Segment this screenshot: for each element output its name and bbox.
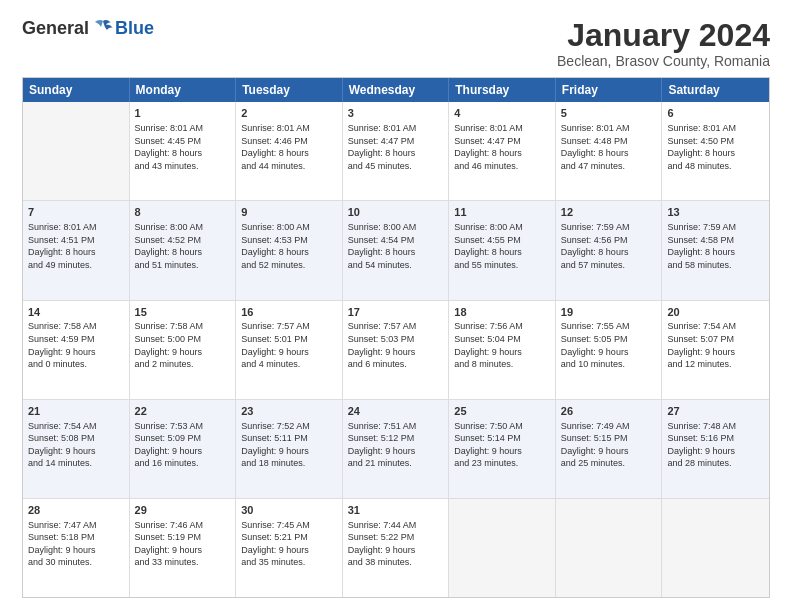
cell-info: Sunrise: 7:48 AM Sunset: 5:16 PM Dayligh… <box>667 420 764 470</box>
day-number: 22 <box>135 404 231 419</box>
day-number: 23 <box>241 404 337 419</box>
cell-info: Sunrise: 7:54 AM Sunset: 5:07 PM Dayligh… <box>667 320 764 370</box>
logo-general-text: General <box>22 18 89 39</box>
day-number: 9 <box>241 205 337 220</box>
calendar-cell: 30Sunrise: 7:45 AM Sunset: 5:21 PM Dayli… <box>236 499 343 597</box>
day-number: 16 <box>241 305 337 320</box>
calendar-row: 1Sunrise: 8:01 AM Sunset: 4:45 PM Daylig… <box>23 102 769 200</box>
cell-info: Sunrise: 7:52 AM Sunset: 5:11 PM Dayligh… <box>241 420 337 470</box>
day-number: 1 <box>135 106 231 121</box>
day-number: 24 <box>348 404 444 419</box>
calendar-header-cell: Sunday <box>23 78 130 102</box>
calendar-header-cell: Friday <box>556 78 663 102</box>
calendar-cell: 27Sunrise: 7:48 AM Sunset: 5:16 PM Dayli… <box>662 400 769 498</box>
calendar-header-cell: Saturday <box>662 78 769 102</box>
calendar-cell: 7Sunrise: 8:01 AM Sunset: 4:51 PM Daylig… <box>23 201 130 299</box>
calendar-header-cell: Wednesday <box>343 78 450 102</box>
day-number: 14 <box>28 305 124 320</box>
day-number: 29 <box>135 503 231 518</box>
cell-info: Sunrise: 8:01 AM Sunset: 4:47 PM Dayligh… <box>348 122 444 172</box>
cell-info: Sunrise: 8:00 AM Sunset: 4:54 PM Dayligh… <box>348 221 444 271</box>
day-number: 21 <box>28 404 124 419</box>
cell-info: Sunrise: 7:55 AM Sunset: 5:05 PM Dayligh… <box>561 320 657 370</box>
cell-info: Sunrise: 7:58 AM Sunset: 4:59 PM Dayligh… <box>28 320 124 370</box>
month-title: January 2024 <box>557 18 770 53</box>
calendar-row: 21Sunrise: 7:54 AM Sunset: 5:08 PM Dayli… <box>23 399 769 498</box>
cell-info: Sunrise: 7:54 AM Sunset: 5:08 PM Dayligh… <box>28 420 124 470</box>
calendar-cell <box>23 102 130 200</box>
cell-info: Sunrise: 8:01 AM Sunset: 4:48 PM Dayligh… <box>561 122 657 172</box>
title-area: January 2024 Beclean, Brasov County, Rom… <box>557 18 770 69</box>
cell-info: Sunrise: 7:49 AM Sunset: 5:15 PM Dayligh… <box>561 420 657 470</box>
calendar-cell: 2Sunrise: 8:01 AM Sunset: 4:46 PM Daylig… <box>236 102 343 200</box>
calendar-cell: 11Sunrise: 8:00 AM Sunset: 4:55 PM Dayli… <box>449 201 556 299</box>
cell-info: Sunrise: 7:45 AM Sunset: 5:21 PM Dayligh… <box>241 519 337 569</box>
day-number: 5 <box>561 106 657 121</box>
calendar-header: SundayMondayTuesdayWednesdayThursdayFrid… <box>23 78 769 102</box>
calendar-cell: 16Sunrise: 7:57 AM Sunset: 5:01 PM Dayli… <box>236 301 343 399</box>
day-number: 6 <box>667 106 764 121</box>
day-number: 7 <box>28 205 124 220</box>
calendar-cell: 29Sunrise: 7:46 AM Sunset: 5:19 PM Dayli… <box>130 499 237 597</box>
calendar-cell <box>449 499 556 597</box>
calendar-cell: 8Sunrise: 8:00 AM Sunset: 4:52 PM Daylig… <box>130 201 237 299</box>
calendar-cell: 25Sunrise: 7:50 AM Sunset: 5:14 PM Dayli… <box>449 400 556 498</box>
calendar-row: 28Sunrise: 7:47 AM Sunset: 5:18 PM Dayli… <box>23 498 769 597</box>
calendar-cell: 3Sunrise: 8:01 AM Sunset: 4:47 PM Daylig… <box>343 102 450 200</box>
calendar-cell: 17Sunrise: 7:57 AM Sunset: 5:03 PM Dayli… <box>343 301 450 399</box>
cell-info: Sunrise: 8:01 AM Sunset: 4:47 PM Dayligh… <box>454 122 550 172</box>
calendar-cell: 28Sunrise: 7:47 AM Sunset: 5:18 PM Dayli… <box>23 499 130 597</box>
calendar-cell: 21Sunrise: 7:54 AM Sunset: 5:08 PM Dayli… <box>23 400 130 498</box>
header: General Blue January 2024 Beclean, Braso… <box>22 18 770 69</box>
cell-info: Sunrise: 8:01 AM Sunset: 4:51 PM Dayligh… <box>28 221 124 271</box>
day-number: 13 <box>667 205 764 220</box>
cell-info: Sunrise: 7:58 AM Sunset: 5:00 PM Dayligh… <box>135 320 231 370</box>
day-number: 12 <box>561 205 657 220</box>
calendar-header-cell: Monday <box>130 78 237 102</box>
calendar-cell: 15Sunrise: 7:58 AM Sunset: 5:00 PM Dayli… <box>130 301 237 399</box>
day-number: 3 <box>348 106 444 121</box>
calendar-cell: 4Sunrise: 8:01 AM Sunset: 4:47 PM Daylig… <box>449 102 556 200</box>
cell-info: Sunrise: 8:00 AM Sunset: 4:55 PM Dayligh… <box>454 221 550 271</box>
cell-info: Sunrise: 7:44 AM Sunset: 5:22 PM Dayligh… <box>348 519 444 569</box>
logo-bird-icon <box>91 19 115 39</box>
cell-info: Sunrise: 8:00 AM Sunset: 4:52 PM Dayligh… <box>135 221 231 271</box>
calendar-cell: 13Sunrise: 7:59 AM Sunset: 4:58 PM Dayli… <box>662 201 769 299</box>
calendar-cell: 18Sunrise: 7:56 AM Sunset: 5:04 PM Dayli… <box>449 301 556 399</box>
calendar-cell: 31Sunrise: 7:44 AM Sunset: 5:22 PM Dayli… <box>343 499 450 597</box>
logo-blue-text: Blue <box>115 18 154 39</box>
cell-info: Sunrise: 7:53 AM Sunset: 5:09 PM Dayligh… <box>135 420 231 470</box>
calendar-cell: 1Sunrise: 8:01 AM Sunset: 4:45 PM Daylig… <box>130 102 237 200</box>
calendar-header-cell: Tuesday <box>236 78 343 102</box>
day-number: 10 <box>348 205 444 220</box>
calendar-cell: 5Sunrise: 8:01 AM Sunset: 4:48 PM Daylig… <box>556 102 663 200</box>
cell-info: Sunrise: 7:57 AM Sunset: 5:03 PM Dayligh… <box>348 320 444 370</box>
page: General Blue January 2024 Beclean, Braso… <box>0 0 792 612</box>
calendar-cell: 23Sunrise: 7:52 AM Sunset: 5:11 PM Dayli… <box>236 400 343 498</box>
calendar-row: 7Sunrise: 8:01 AM Sunset: 4:51 PM Daylig… <box>23 200 769 299</box>
day-number: 2 <box>241 106 337 121</box>
day-number: 11 <box>454 205 550 220</box>
day-number: 4 <box>454 106 550 121</box>
day-number: 15 <box>135 305 231 320</box>
cell-info: Sunrise: 8:01 AM Sunset: 4:46 PM Dayligh… <box>241 122 337 172</box>
calendar-cell: 22Sunrise: 7:53 AM Sunset: 5:09 PM Dayli… <box>130 400 237 498</box>
cell-info: Sunrise: 7:57 AM Sunset: 5:01 PM Dayligh… <box>241 320 337 370</box>
calendar-header-cell: Thursday <box>449 78 556 102</box>
cell-info: Sunrise: 8:01 AM Sunset: 4:50 PM Dayligh… <box>667 122 764 172</box>
calendar-cell <box>556 499 663 597</box>
day-number: 19 <box>561 305 657 320</box>
calendar-cell: 19Sunrise: 7:55 AM Sunset: 5:05 PM Dayli… <box>556 301 663 399</box>
day-number: 18 <box>454 305 550 320</box>
day-number: 28 <box>28 503 124 518</box>
cell-info: Sunrise: 8:00 AM Sunset: 4:53 PM Dayligh… <box>241 221 337 271</box>
location: Beclean, Brasov County, Romania <box>557 53 770 69</box>
day-number: 31 <box>348 503 444 518</box>
cell-info: Sunrise: 7:46 AM Sunset: 5:19 PM Dayligh… <box>135 519 231 569</box>
calendar: SundayMondayTuesdayWednesdayThursdayFrid… <box>22 77 770 598</box>
calendar-row: 14Sunrise: 7:58 AM Sunset: 4:59 PM Dayli… <box>23 300 769 399</box>
cell-info: Sunrise: 7:50 AM Sunset: 5:14 PM Dayligh… <box>454 420 550 470</box>
day-number: 25 <box>454 404 550 419</box>
cell-info: Sunrise: 7:59 AM Sunset: 4:56 PM Dayligh… <box>561 221 657 271</box>
cell-info: Sunrise: 7:59 AM Sunset: 4:58 PM Dayligh… <box>667 221 764 271</box>
